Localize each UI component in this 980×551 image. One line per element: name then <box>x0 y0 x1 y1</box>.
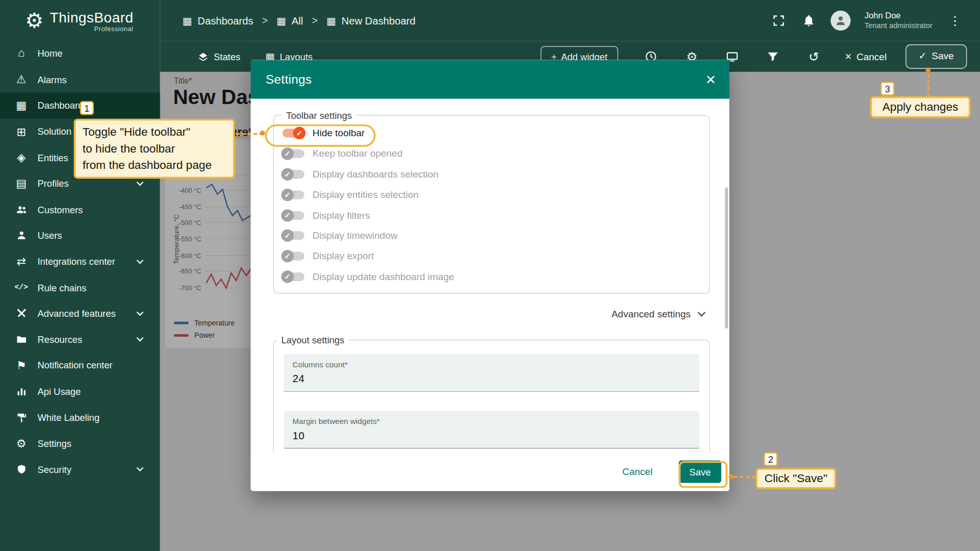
close-icon: × <box>845 50 851 63</box>
sidebar-item-label: Integrations center <box>37 256 115 267</box>
step1-callout-line: from the dashboard page <box>83 157 227 173</box>
sidebar-item-resources[interactable]: Resources <box>0 327 160 353</box>
sidebar-item-label: Home <box>37 48 62 59</box>
sidebar-item-integrations-center[interactable]: ⇄ Integrations center <box>0 248 160 274</box>
sidebar-item-notification-center[interactable]: ⚑ Notification center <box>0 353 160 379</box>
sidebar-item-api-usage[interactable]: Api Usage <box>0 379 160 405</box>
shield-icon <box>14 463 29 475</box>
check-icon: ✓ <box>919 51 927 62</box>
step2-connector <box>734 476 756 478</box>
step3-connector <box>927 73 929 96</box>
toggle-label: Display entities selection <box>312 189 419 201</box>
step1-callout-line: Toggle "Hide toolbar" <box>83 123 227 140</box>
toggle-switch: ✓ <box>282 190 304 199</box>
breadcrumb-new-dashboard: ▦ New Dashboard <box>327 15 415 27</box>
cancel-edit-button[interactable]: × Cancel <box>845 50 887 63</box>
step3-callout: Apply changes <box>870 96 970 118</box>
kebab-menu-icon[interactable]: ⋮ <box>946 13 964 28</box>
logo-edition: Professional <box>94 24 134 32</box>
sidebar-item-settings[interactable]: ⚙ Settings <box>0 431 160 457</box>
filters-icon[interactable] <box>766 49 780 64</box>
step1-badge: 1 <box>80 101 94 115</box>
folder-icon <box>14 334 29 345</box>
code-icon: </> <box>14 283 29 292</box>
sidebar-item-customers[interactable]: Customers <box>0 196 160 222</box>
dashboard-group-icon: ▦ <box>277 15 286 27</box>
advanced-settings-expander[interactable]: Advanced settings <box>251 309 704 320</box>
step2-badge: 2 <box>764 453 777 466</box>
sidebar-item-home[interactable]: ⌂ Home <box>0 41 160 67</box>
chart-icon <box>14 386 29 397</box>
sidebar-item-label: Entities <box>37 152 68 163</box>
user-info: John Doe Tenant administrator <box>865 11 933 31</box>
layout-settings-group: Layout settings Columns count* 24 Margin… <box>273 335 710 469</box>
flag-icon: ⚑ <box>14 359 29 372</box>
check-icon: ✓ <box>284 272 290 281</box>
step1-callout: Toggle "Hide toolbar" to hide the toolba… <box>74 119 235 179</box>
sidebar-item-alarms[interactable]: ⚠ Alarms <box>0 67 160 93</box>
paint-icon <box>14 411 29 423</box>
toggle-label: Keep toolbar opened <box>312 148 402 159</box>
dialog-title: Settings <box>265 72 311 86</box>
breadcrumb-dashboards[interactable]: ▦ Dashboards <box>183 15 254 27</box>
tab-states[interactable]: States <box>198 51 240 62</box>
field-value[interactable]: 24 <box>292 373 691 385</box>
toggle-switch: ✓ <box>282 272 304 281</box>
warning-icon: ⚠ <box>14 73 29 87</box>
sidebar-item-label: Settings <box>37 438 71 449</box>
toggle-display-entities-selection: ✓ Display entities selection <box>279 185 709 205</box>
chevron-right-icon: > <box>262 15 267 26</box>
toggle-display-filters: ✓ Display filters <box>279 205 709 226</box>
toggle-display-dashboards-selection: ✓ Display dashboards selection <box>279 164 709 185</box>
thingsboard-app: ⚙ ThingsBoard Professional ⌂ Home ⚠ Alar… <box>0 0 980 551</box>
breadcrumb-label: Dashboards <box>198 15 253 27</box>
dashboard-group-icon: ▦ <box>183 15 192 27</box>
sidebar-item-label: Customers <box>37 204 83 215</box>
sidebar-item-rule-chains[interactable]: </> Rule chains <box>0 274 160 300</box>
gear-icon: ⚙ <box>14 437 29 450</box>
dialog-cancel-button[interactable]: Cancel <box>616 461 659 483</box>
version-control-icon[interactable]: ↺ <box>806 49 821 64</box>
field-value[interactable]: 10 <box>292 430 691 442</box>
step2-callout: Click "Save" <box>755 468 836 489</box>
sidebar-item-security[interactable]: Security <box>0 456 160 482</box>
chevron-down-icon <box>136 179 143 186</box>
user-role: Tenant administrator <box>865 21 933 31</box>
chevron-right-icon: > <box>312 15 317 26</box>
home-icon: ⌂ <box>14 47 29 60</box>
thingsboard-logo-icon: ⚙ <box>25 9 43 32</box>
dashboard-icon: ▦ <box>327 15 336 27</box>
notifications-bell-icon[interactable] <box>801 12 817 29</box>
close-icon[interactable]: × <box>706 71 716 88</box>
toggle-switch: ✓ <box>282 149 304 158</box>
integrations-icon: ⇄ <box>14 255 29 268</box>
chevron-down-icon <box>698 309 706 317</box>
toggle-display-update-dashboard-image: ✓ Display update dashboard image <box>279 266 709 287</box>
user-name: John Doe <box>865 11 933 21</box>
advanced-settings-label: Advanced settings <box>611 309 691 320</box>
chevron-down-icon <box>136 257 143 264</box>
fullscreen-icon[interactable] <box>771 12 787 29</box>
step3-badge: 3 <box>880 82 894 95</box>
dashboards-icon: ▦ <box>14 98 29 112</box>
customers-icon <box>14 204 29 215</box>
solution-templates-icon: ⊞ <box>14 124 29 138</box>
breadcrumb-all[interactable]: ▦ All <box>277 15 303 27</box>
states-icon <box>198 51 209 62</box>
field-label: Columns count* <box>292 361 691 369</box>
toggle-label: Display update dashboard image <box>312 271 454 282</box>
dialog-scrollbar[interactable] <box>725 187 728 329</box>
field-label: Margin between widgets* <box>292 417 691 426</box>
check-icon: ✓ <box>284 190 290 199</box>
user-avatar[interactable] <box>831 11 851 31</box>
columns-count-field[interactable]: Columns count* 24 <box>284 355 699 392</box>
sidebar-item-white-labeling[interactable]: White Labeling <box>0 405 160 431</box>
sidebar-item-advanced-features[interactable]: Advanced features <box>0 300 160 327</box>
thingsboard-logo[interactable]: ⚙ ThingsBoard Professional <box>0 0 160 40</box>
margin-between-widgets-field[interactable]: Margin between widgets* 10 <box>284 411 699 448</box>
step1-highlight-ring <box>265 124 376 147</box>
toggle-label: Display export <box>312 251 374 262</box>
sidebar-item-users[interactable]: Users <box>0 222 160 248</box>
dialog-header: Settings × <box>251 60 729 99</box>
save-dashboard-button[interactable]: ✓ Save <box>905 44 967 69</box>
